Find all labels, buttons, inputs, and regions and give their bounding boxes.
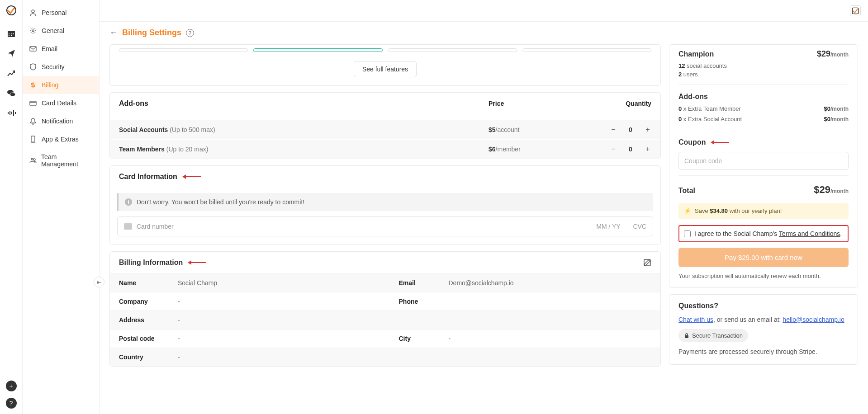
audio-icon[interactable] [6, 108, 17, 118]
card-info-title: Card Information [110, 166, 660, 188]
help-icon[interactable]: ? [186, 29, 194, 37]
back-button[interactable]: ← [109, 28, 118, 38]
bi-val-email: Demo@socialchamp.io [444, 273, 661, 292]
see-full-features-button[interactable]: See full features [354, 61, 417, 77]
pay-button[interactable]: Pay $29.00 with card now [678, 248, 849, 267]
sidebar-item-label: Team Management [41, 153, 93, 168]
plan-option-selected[interactable] [253, 48, 382, 52]
send-icon[interactable] [6, 48, 17, 59]
sidebar-item-personal[interactable]: Personal [23, 4, 99, 22]
save-banner: ⚡Save $34.80 with our yearly plan! [678, 203, 849, 219]
bi-label-address: Address [110, 310, 173, 329]
collapse-sidebar-button[interactable]: ⇤ [94, 277, 104, 287]
svg-rect-26 [685, 335, 688, 338]
analytics-icon[interactable] [6, 68, 17, 79]
sidebar-item-label: General [42, 27, 64, 34]
questions-title: Questions? [678, 302, 849, 310]
addon-team-price: $0 [824, 105, 830, 112]
help-button[interactable]: ? [6, 398, 17, 409]
bolt-icon: ⚡ [684, 207, 691, 214]
card-cvc-placeholder: CVC [633, 223, 646, 230]
svg-rect-18 [30, 101, 36, 105]
qty-increase-button[interactable]: + [644, 145, 651, 153]
mail-icon [29, 45, 37, 53]
total-label: Total [678, 187, 695, 195]
addon-price: $6 [489, 146, 496, 153]
lock-icon [684, 333, 689, 339]
card-icon [124, 223, 132, 230]
icon-sidebar: + ? [0, 0, 23, 414]
sidebar-item-email[interactable]: Email [23, 40, 99, 58]
users-label: users [682, 71, 697, 78]
sidebar-item-general[interactable]: General [23, 22, 99, 40]
annotation-arrow [189, 262, 206, 263]
plan-option[interactable] [388, 48, 517, 52]
sidebar-item-card-details[interactable]: Card Details [23, 94, 99, 112]
addon-hint: (Up to 500 max) [168, 126, 215, 133]
addon-name: Team Members [119, 146, 165, 153]
sidebar-item-app-extras[interactable]: App & Extras [23, 130, 99, 148]
phone-icon [29, 135, 37, 143]
addon-row: Social Accounts (Up to 500 max) $5/accou… [110, 120, 660, 139]
bi-val-address: - [173, 310, 390, 329]
qty-increase-button[interactable]: + [644, 126, 651, 134]
qty-decrease-button[interactable]: − [610, 126, 617, 134]
bi-val-country: - [173, 348, 390, 366]
shield-icon [29, 63, 37, 71]
sidebar-item-label: Card Details [42, 99, 76, 107]
addon-social-label: x Extra Social Account [682, 116, 742, 122]
plans-card: See full features [109, 44, 661, 86]
svg-rect-2 [8, 31, 15, 33]
plan-option[interactable] [522, 48, 651, 52]
sidebar-item-security[interactable]: Security [23, 58, 99, 76]
sidebar-item-label: Notification [42, 118, 73, 125]
plan-name: Champion [678, 50, 714, 58]
addon-price: $5 [489, 126, 496, 133]
settings-sidebar: Personal General Email Security Billing … [23, 0, 100, 414]
email-link[interactable]: hello@socialchamp.io [783, 316, 844, 323]
billing-info-title: Billing Information [119, 259, 206, 267]
addons-card: Add-ons Price Quantity Social Accounts (… [109, 92, 661, 159]
billing-info-card: Billing Information Name Social Champ Em… [109, 251, 661, 367]
sidebar-item-notification[interactable]: Notification [23, 112, 99, 130]
plan-price-unit: /month [830, 52, 849, 58]
app-logo-small[interactable] [850, 5, 861, 16]
addon-social-price: $0 [824, 116, 830, 122]
sidebar-item-team[interactable]: Team Management [23, 148, 99, 173]
card-number-input[interactable]: Card number MM / YY CVC [117, 216, 653, 236]
chat-link[interactable]: Chat with us [678, 316, 713, 323]
bi-label-email: Email [390, 273, 444, 292]
add-button[interactable]: + [6, 381, 17, 391]
addon-social-unit: /month [830, 116, 849, 122]
svg-rect-17 [30, 47, 36, 51]
svg-rect-7 [11, 35, 12, 36]
card-number-placeholder: Card number [137, 223, 174, 230]
addon-name: Social Accounts [119, 126, 168, 133]
coupon-input[interactable] [678, 152, 849, 170]
page-header: ← Billing Settings ? [100, 22, 868, 44]
sidebar-item-billing[interactable]: Billing [23, 76, 99, 94]
svg-point-22 [31, 158, 33, 160]
agree-terms-box[interactable]: I agree to the Social Champ's Terms and … [678, 225, 849, 242]
total-unit: /month [830, 188, 849, 194]
coupon-title: Coupon [678, 136, 849, 149]
card-icon [29, 99, 37, 107]
social-count: 12 [678, 62, 685, 69]
info-banner-text: Don't worry. You won't be billed until y… [137, 198, 304, 206]
secure-transaction-badge: Secure Transaction [678, 329, 748, 342]
sidebar-item-label: App & Extras [42, 136, 79, 143]
info-banner: iDon't worry. You won't be billed until … [117, 193, 653, 211]
agree-checkbox[interactable] [684, 231, 691, 237]
plan-option[interactable] [119, 48, 248, 52]
page-title: Billing Settings [122, 28, 181, 38]
sidebar-item-label: Personal [42, 9, 66, 16]
order-summary: Champion $29/month 12 social accounts 2 … [669, 44, 858, 288]
chat-icon[interactable] [6, 88, 17, 99]
social-label: social accounts [685, 62, 727, 69]
calendar-icon[interactable] [6, 28, 17, 39]
edit-button[interactable] [643, 259, 651, 267]
dollar-icon [29, 81, 37, 89]
addon-price-unit: /account [496, 126, 520, 133]
qty-decrease-button[interactable]: − [610, 145, 617, 153]
terms-link[interactable]: Terms and Conditions [779, 230, 840, 237]
